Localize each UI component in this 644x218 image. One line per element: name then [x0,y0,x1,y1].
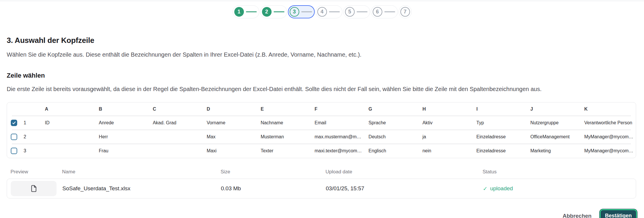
sheet-row-2: 2 Herr Max Musterman max.musterman@mycom… [7,130,636,144]
step-2-number: 2 [262,7,272,17]
sheet-header-row: A B C D E F G H I J K [7,102,636,116]
sheet-cell: Akad. Grad [146,120,200,125]
step-4-number: 4 [317,7,327,17]
sheet-cell: MyManager@mycompany.de [578,134,636,139]
file-icon [30,184,38,193]
sheet-cell: Maxi [200,148,254,154]
step-2[interactable]: 2 [260,5,287,18]
column-letter-d: D [200,107,254,112]
step-5-number: 5 [345,7,355,17]
sheet-cell: Englisch [362,148,416,154]
sheet-cell: Herr [92,134,146,139]
row-select-description: Die erste Zeile ist bereits vorausgewähl… [7,86,637,93]
step-1[interactable]: 1 [233,5,259,18]
step-6-connector [384,11,395,13]
step-7[interactable]: 7 [399,5,412,18]
check-icon: ✓ [483,185,488,192]
main-content: 3. Auswahl der Kopfzeile Wählen Sie die … [0,36,644,198]
column-letter-k: K [578,107,636,112]
file-preview-cell [11,181,62,196]
step-1-connector [246,11,257,13]
sheet-cell: Einzeladresse [470,134,524,139]
sheet-cell: ID [38,120,92,125]
sheet-cell: Typ [470,120,524,125]
file-header-preview: Preview [10,169,62,175]
row-3-select-cell: 3 [7,148,38,154]
column-letter-e: E [254,107,308,112]
step-5[interactable]: 5 [343,5,370,18]
column-letter-j: J [524,107,578,112]
top-divider [0,1,644,1]
step-7-number: 7 [400,7,410,17]
sheet-cell: Aktiv [416,120,470,125]
sheet-cell: Vorname [200,120,254,125]
file-upload-date: 03/01/25, 15:57 [326,185,483,192]
column-letter-i: I [470,107,524,112]
cancel-button[interactable]: Abbrechen [562,210,593,218]
step-4-connector [329,11,340,13]
excel-preview-table: A B C D E F G H I J K 1 ID Anrede Akad. … [7,102,636,158]
column-letter-h: H [416,107,470,112]
sheet-cell: max.musterman@mycompa... [308,134,362,139]
file-name: SoSafe_Userdata_Test.xlsx [62,185,221,192]
step-2-connector [274,11,284,13]
sheet-cell: Anrede [92,120,146,125]
file-header-name: Name [62,169,221,175]
step-3-connector [301,11,312,13]
column-letter-g: G [362,107,416,112]
file-size: 0.03 Mb [221,185,326,192]
checkmark-icon [12,121,16,125]
sheet-cell: nein [416,148,470,154]
row-1-number: 1 [24,120,26,125]
row-2-checkbox[interactable] [11,134,17,140]
file-preview-thumbnail [11,181,57,196]
sheet-cell: Texter [254,148,308,154]
confirm-button[interactable]: Bestätigen [601,210,636,218]
sheet-cell: OfficeManagement [524,134,578,139]
step-1-number: 1 [234,7,244,17]
sheet-cell: Deutsch [362,134,416,139]
row-2-number: 2 [24,134,26,139]
sheet-cell: Verantwortliche Person [578,120,636,125]
step-3-active[interactable]: 3 [288,5,315,18]
page-title: 3. Auswahl der Kopfzeile [7,36,637,45]
sheet-cell: ja [416,134,470,139]
page-description: Wählen Sie die Kopfzeile aus. Diese enth… [7,51,637,58]
column-letter-a: A [38,107,92,112]
sheet-cell: Frau [92,148,146,154]
file-header-size: Size [221,169,325,175]
row-3-number: 3 [24,148,26,154]
sheet-cell: MyManager@mycompany.de [578,148,636,154]
sheet-cell: Email [308,120,362,125]
sheet-cell: Max [200,134,254,139]
sheet-cell: Nachname [254,120,308,125]
step-5-connector [357,11,367,13]
file-table-header: Preview Name Size Upload date Status [7,169,636,175]
column-letter-c: C [146,107,200,112]
row-2-select-cell: 2 [7,134,38,140]
sheet-cell: Marketing [524,148,578,154]
sheet-cell: Musterman [254,134,308,139]
column-letter-b: B [92,107,146,112]
uploaded-file-row: SoSafe_Userdata_Test.xlsx 0.03 Mb 03/01/… [7,179,636,198]
step-3-number: 3 [290,7,299,17]
row-3-checkbox[interactable] [11,148,17,154]
sheet-cell: Sprache [362,120,416,125]
footer-actions: Abbrechen Bestätigen [7,198,636,218]
column-letter-f: F [308,107,362,112]
file-header-upload-date: Upload date [325,169,483,175]
sheet-row-3: 3 Frau Maxi Texter maxi.texter@mycompany… [7,144,636,158]
row-1-select-cell: 1 [7,120,38,126]
wizard-stepper: 1 2 3 4 5 6 7 [0,0,644,18]
file-header-status: Status [483,169,636,175]
sheet-cell: Nutzergruppe [524,120,578,125]
file-status-cell: ✓ uploaded [483,185,636,192]
step-4[interactable]: 4 [316,5,342,18]
row-1-checkbox[interactable] [11,120,17,126]
sheet-cell: Einzeladresse [470,148,524,154]
step-6[interactable]: 6 [371,5,398,18]
step-6-number: 6 [373,7,382,17]
status-badge: uploaded [490,185,513,192]
sheet-cell: maxi.texter@mycompany.de [308,148,362,154]
row-select-title: Zeile wählen [7,72,637,79]
